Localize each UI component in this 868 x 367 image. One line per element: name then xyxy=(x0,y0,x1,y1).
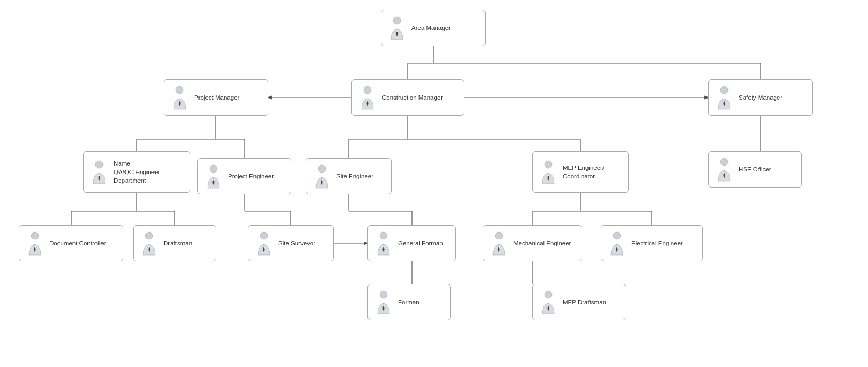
site-engineer-label: Site Engineer xyxy=(336,172,373,181)
draftsman-label: Draftsman xyxy=(164,239,192,248)
site-engineer-icon xyxy=(312,162,332,191)
svg-point-39 xyxy=(210,165,217,173)
mep-draftsman-icon xyxy=(538,288,558,317)
construction-manager: Construction Manager xyxy=(351,79,464,116)
construction-manager-label: Construction Manager xyxy=(382,93,443,102)
mechanical-engineer: Mechanical Engineer xyxy=(483,225,582,261)
mechanical-engineer-label: Mechanical Engineer xyxy=(513,239,571,248)
org-chart: Area Manager Project Manager Constructio… xyxy=(0,0,868,367)
draftsman: Draftsman xyxy=(133,225,216,261)
svg-point-44 xyxy=(145,232,153,239)
svg-point-50 xyxy=(545,291,552,298)
hse-officer-icon xyxy=(714,155,734,184)
project-engineer: Project Engineer xyxy=(197,158,291,194)
area-manager-icon xyxy=(387,14,407,42)
project-manager-label: Project Manager xyxy=(194,93,239,102)
electrical-engineer-icon xyxy=(607,229,627,258)
svg-point-42 xyxy=(720,158,728,166)
general-forman-label: General Forman xyxy=(398,239,443,248)
forman-label: Forman xyxy=(398,298,420,306)
mep-draftsman-label: MEP Draftsman xyxy=(563,298,606,306)
hse-officer: HSE Officer xyxy=(708,151,802,188)
project-manager: Project Manager xyxy=(164,79,268,116)
svg-point-47 xyxy=(495,232,503,239)
forman: Forman xyxy=(367,284,451,320)
general-forman-icon xyxy=(373,229,394,258)
svg-point-40 xyxy=(318,165,326,173)
area-manager-label: Area Manager xyxy=(411,24,451,32)
hse-officer-label: HSE Officer xyxy=(739,165,771,174)
svg-point-38 xyxy=(95,161,103,168)
safety-manager-label: Safety Manager xyxy=(739,93,782,102)
project-engineer-label: Project Engineer xyxy=(228,172,274,181)
svg-point-46 xyxy=(380,232,387,239)
site-surveyor-label: Site Surveyor xyxy=(278,239,315,248)
svg-point-36 xyxy=(364,86,371,94)
general-forman: General Forman xyxy=(367,225,456,261)
mep-engineer-icon xyxy=(538,158,558,186)
mep-draftsman: MEP Draftsman xyxy=(532,284,626,320)
site-surveyor: Site Surveyor xyxy=(248,225,334,261)
project-engineer-icon xyxy=(203,162,224,191)
construction-manager-icon xyxy=(357,84,378,112)
qa-qc: Name QA/QC Engineer Department xyxy=(83,151,190,193)
svg-point-34 xyxy=(393,17,401,24)
safety-manager-icon xyxy=(714,84,734,112)
svg-point-35 xyxy=(176,86,183,94)
electrical-engineer: Electrical Engineer xyxy=(601,225,703,261)
draftsman-icon xyxy=(139,229,159,258)
qa-qc-label: Name QA/QC Engineer Department xyxy=(114,159,160,185)
electrical-engineer-label: Electrical Engineer xyxy=(631,239,683,248)
project-manager-icon xyxy=(170,84,190,112)
svg-point-49 xyxy=(380,291,387,298)
svg-point-48 xyxy=(613,232,621,239)
qa-qc-icon xyxy=(89,158,109,186)
site-surveyor-icon xyxy=(254,229,274,258)
mechanical-engineer-icon xyxy=(489,229,509,258)
forman-icon xyxy=(373,288,394,317)
site-engineer: Site Engineer xyxy=(306,158,392,194)
svg-point-37 xyxy=(720,86,728,94)
svg-point-41 xyxy=(545,161,552,168)
mep-engineer: MEP Engineer/ Coordinator xyxy=(532,151,629,193)
svg-point-45 xyxy=(260,232,268,239)
svg-point-43 xyxy=(31,232,39,239)
safety-manager: Safety Manager xyxy=(708,79,813,116)
area-manager: Area Manager xyxy=(381,10,486,46)
document-controller-label: Document Controller xyxy=(49,239,106,248)
document-controller: Document Controller xyxy=(19,225,123,261)
mep-engineer-label: MEP Engineer/ Coordinator xyxy=(563,163,604,181)
document-controller-icon xyxy=(25,229,45,258)
